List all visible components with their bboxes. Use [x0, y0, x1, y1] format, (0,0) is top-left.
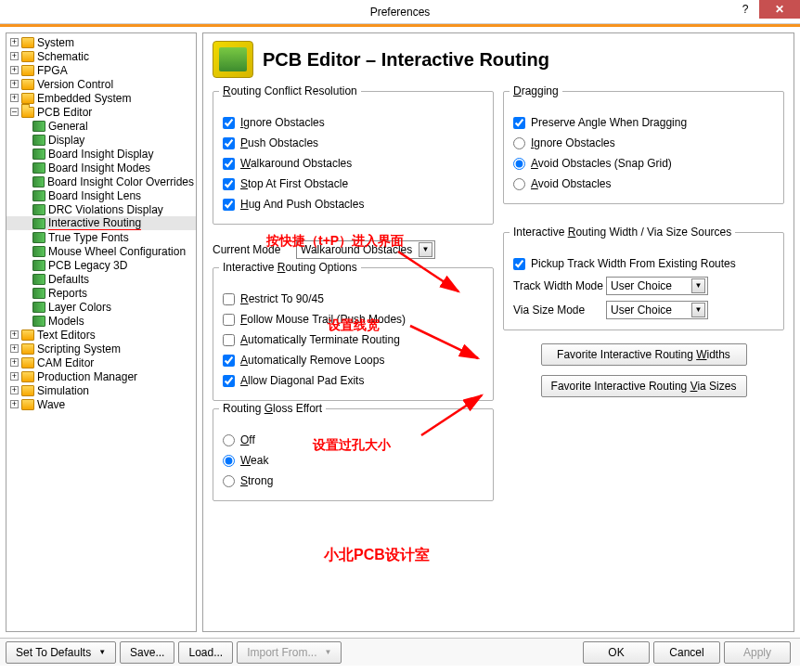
checkbox[interactable]	[513, 117, 525, 129]
tree-item[interactable]: +Scripting System	[6, 342, 196, 355]
expand-icon[interactable]: +	[10, 38, 19, 46]
folder-icon	[21, 37, 34, 48]
checkbox[interactable]	[223, 355, 235, 367]
tree-item[interactable]: +Simulation	[6, 383, 196, 397]
checkbox[interactable]	[223, 199, 235, 211]
checkbox[interactable]	[223, 137, 235, 149]
help-button[interactable]: ?	[731, 0, 759, 19]
apply-button[interactable]: Apply	[724, 641, 791, 664]
checkbox[interactable]	[223, 117, 235, 129]
radio-row[interactable]: Off	[223, 430, 484, 450]
checkbox[interactable]	[223, 158, 235, 170]
radio-row[interactable]: Avoid Obstacles (Snap Grid)	[513, 153, 774, 174]
tree-item[interactable]: Mouse Wheel Configuration	[6, 244, 196, 258]
item-icon	[32, 176, 45, 187]
tree-item[interactable]: –PCB Editor	[6, 105, 196, 119]
radio[interactable]	[513, 158, 525, 170]
tree-item[interactable]: +System	[6, 35, 196, 49]
tree-item[interactable]: +CAM Editor	[6, 355, 196, 369]
check-row[interactable]: Automatically Remove Loops	[223, 350, 484, 370]
cancel-button[interactable]: Cancel	[653, 641, 720, 664]
group-gloss: Routing Gloss Effort OffWeakStrong	[213, 408, 494, 501]
fav-vias-button[interactable]: Favorite Interactive Routing Via Sizes	[541, 375, 747, 397]
expand-icon[interactable]: +	[10, 66, 19, 74]
tree-item[interactable]: Layer Colors	[6, 300, 196, 314]
ok-button[interactable]: OK	[583, 641, 650, 664]
radio[interactable]	[513, 178, 525, 190]
radio-row[interactable]: Weak	[223, 450, 484, 471]
expand-icon[interactable]: +	[10, 330, 19, 339]
expand-icon[interactable]: +	[10, 344, 19, 353]
radio-row[interactable]: Strong	[223, 471, 484, 491]
radio[interactable]	[223, 434, 235, 446]
tree-item[interactable]: Models	[6, 314, 196, 328]
checkbox[interactable]	[223, 334, 235, 346]
preserve-angle[interactable]: Preserve Angle When Dragging	[513, 112, 774, 133]
check-row[interactable]: Hug And Push Obstacles	[223, 194, 484, 214]
expand-icon[interactable]: +	[10, 400, 19, 408]
tree-item[interactable]: +Version Control	[6, 77, 196, 91]
item-icon	[32, 190, 45, 201]
import-button[interactable]: Import From...▼	[237, 641, 342, 664]
radio-row[interactable]: Ignore Obstacles	[513, 133, 774, 153]
tree-item[interactable]: Board Insight Modes	[6, 161, 196, 174]
expand-icon[interactable]: +	[10, 94, 19, 102]
group-title: Dragging	[510, 84, 562, 97]
save-button[interactable]: Save...	[120, 641, 174, 664]
tree-item[interactable]: Interactive Routing	[6, 216, 196, 230]
current-mode-select[interactable]: Walkaround Obstacles ▼	[296, 240, 435, 259]
tree-item[interactable]: Reports	[6, 286, 196, 300]
tree-item[interactable]: +Production Manager	[6, 369, 196, 383]
check-row[interactable]: Stop At First Obstacle	[223, 174, 484, 194]
expand-icon[interactable]: –	[10, 108, 19, 116]
track-width-select[interactable]: User Choice ▼	[606, 277, 708, 295]
fav-widths-button[interactable]: Favorite Interactive Routing Widths	[541, 343, 747, 366]
close-button[interactable]: ✕	[759, 0, 800, 19]
check-row[interactable]: Restrict To 90/45	[223, 289, 484, 309]
folder-icon	[21, 51, 34, 62]
tree-item[interactable]: Board Insight Lens	[6, 188, 196, 202]
tree-item[interactable]: PCB Legacy 3D	[6, 258, 196, 272]
tree-label: General	[48, 120, 88, 133]
check-row[interactable]: Ignore Obstacles	[223, 112, 484, 133]
check-row[interactable]: Automatically Terminate Routing	[223, 330, 484, 350]
content-panel: PCB Editor – Interactive Routing Routing…	[202, 32, 794, 632]
tree-item[interactable]: +Schematic	[6, 49, 196, 63]
value: User Choice	[611, 304, 672, 317]
checkbox[interactable]	[223, 375, 235, 387]
set-defaults-button[interactable]: Set To Defaults▼	[6, 641, 116, 664]
via-size-select[interactable]: User Choice ▼	[606, 301, 708, 319]
expand-icon[interactable]: +	[10, 386, 19, 394]
tree-item[interactable]: +Embedded System	[6, 91, 196, 105]
tree-item[interactable]: +Wave	[6, 397, 196, 411]
checkbox[interactable]	[223, 293, 235, 305]
check-row[interactable]: Allow Diagonal Pad Exits	[223, 370, 484, 391]
load-button[interactable]: Load...	[178, 641, 233, 664]
expand-icon[interactable]: +	[10, 358, 19, 367]
check-row[interactable]: Push Obstacles	[223, 133, 484, 153]
item-icon	[32, 288, 45, 299]
tree-item[interactable]: True Type Fonts	[6, 230, 196, 244]
tree-item[interactable]: +FPGA	[6, 63, 196, 77]
checkbox[interactable]	[513, 258, 525, 270]
tree-item[interactable]: Display	[6, 133, 196, 147]
tree-item[interactable]: Board Insight Color Overrides	[6, 174, 196, 188]
pickup-track-check[interactable]: Pickup Track Width From Existing Routes	[513, 253, 774, 274]
check-row[interactable]: Follow Mouse Trail (Push Modes)	[223, 309, 484, 330]
radio-row[interactable]: Avoid Obstacles	[513, 174, 774, 194]
check-row[interactable]: Walkaround Obstacles	[223, 153, 484, 174]
expand-icon[interactable]: +	[10, 372, 19, 381]
tree-item[interactable]: DRC Violations Display	[6, 202, 196, 216]
checkbox[interactable]	[223, 178, 235, 190]
tree-item[interactable]: Defaults	[6, 272, 196, 286]
navigation-tree[interactable]: +System+Schematic+FPGA+Version Control+E…	[6, 32, 197, 632]
radio[interactable]	[223, 475, 235, 487]
tree-item[interactable]: +Text Editors	[6, 328, 196, 342]
radio[interactable]	[223, 455, 235, 467]
expand-icon[interactable]: +	[10, 52, 19, 60]
checkbox[interactable]	[223, 314, 235, 326]
tree-item[interactable]: Board Insight Display	[6, 147, 196, 161]
expand-icon[interactable]: +	[10, 80, 19, 88]
tree-item[interactable]: General	[6, 119, 196, 133]
radio[interactable]	[513, 137, 525, 149]
